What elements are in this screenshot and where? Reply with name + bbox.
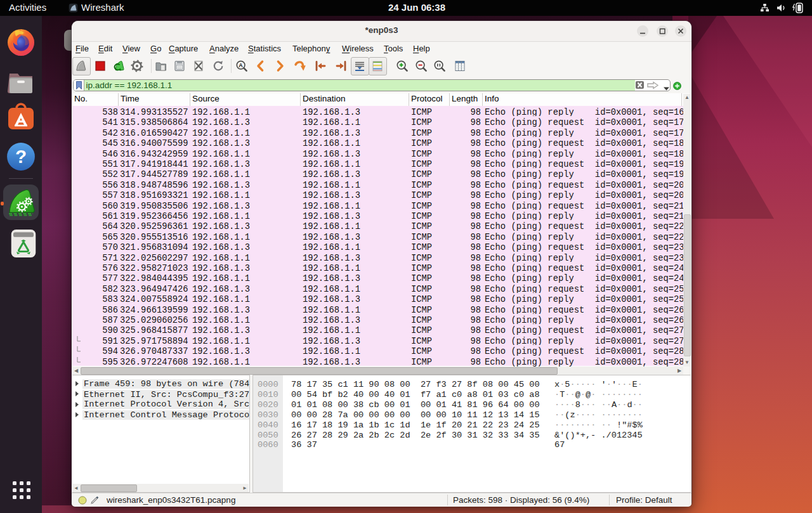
svg-text:A: A (239, 62, 243, 68)
svg-text:?: ? (15, 146, 27, 167)
